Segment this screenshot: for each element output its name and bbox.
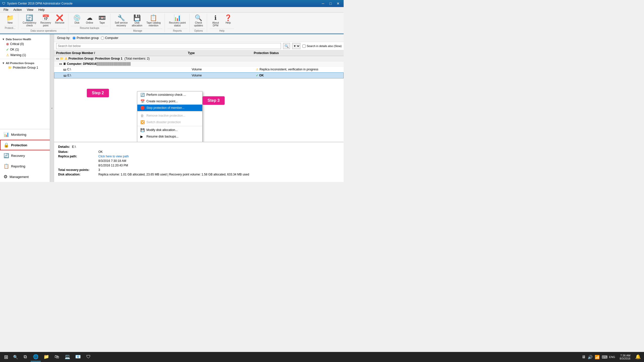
check-updates-icon: 🔍 — [195, 15, 202, 21]
health-critical[interactable]: ⊗ Critical (0) — [0, 41, 54, 47]
ribbon-btn-consistency-check[interactable]: 🔄 Consistencycheck — [21, 14, 38, 28]
drive-c-icon: 🖴 — [63, 68, 66, 71]
table-header: Protection Group Member / Type Protectio… — [54, 50, 344, 56]
ribbon-group-label-reports: Reports — [167, 29, 188, 32]
app-icon: 🛡 — [2, 2, 6, 6]
ribbon-btn-tape-catalog[interactable]: 📋 Tape catalogretention — [145, 14, 163, 28]
groupby-label: Group by: — [57, 36, 70, 40]
table-content[interactable]: ▭ 📁 ⚠ Protection Group: Protection Group… — [54, 56, 344, 142]
groupby-bar: Group by: Protection group Computer — [54, 34, 344, 42]
ctx-stop-protection[interactable]: 🛑 Stop protection of member... — [137, 105, 202, 111]
detail-row-recovery-points: Total recovery points: 3 — [58, 168, 340, 172]
disk-allocation-icon: 💾 — [133, 15, 141, 21]
protection-group-row[interactable]: ▭ 📁 ⚠ Protection Group: Protection Group… — [54, 56, 344, 61]
sidebar-collapse-btn[interactable]: ‹ — [50, 34, 54, 182]
recovery-point-icon: 📅 — [42, 15, 50, 21]
protection-group-1[interactable]: 📁 Protection Group 1 — [0, 65, 54, 70]
monitoring-icon: 📊 — [4, 132, 9, 137]
ribbon-btn-tape[interactable]: 📼 Tape — [96, 14, 108, 25]
ribbon-btn-disk-allocation[interactable]: 💾 Diskallocation — [130, 14, 144, 28]
minimize-button[interactable]: ─ — [319, 1, 327, 6]
window-controls: ─ □ ✕ — [319, 1, 342, 6]
ribbon-btn-new[interactable]: 📁 New — [4, 14, 16, 25]
menu-file[interactable]: File — [1, 8, 11, 12]
health-section-title: ▼ Data Source Health — [0, 36, 54, 41]
remove-icon: ❌ — [56, 15, 63, 21]
ribbon-group-resume: 💿 Disk ☁ Online 📼 Tape Resume backups — [69, 14, 110, 29]
nav-recovery[interactable]: 🔄 Recovery — [0, 150, 54, 161]
detail-row-status: Status: OK — [58, 150, 340, 154]
nav-management[interactable]: ⚙ Management — [0, 171, 54, 182]
details-label: Details: — [58, 145, 70, 149]
context-menu: 🔄 Perform consistency check ... 📅 Create… — [137, 91, 203, 142]
ribbon-btn-check-updates[interactable]: 🔍 Checkupdates — [192, 14, 205, 28]
ctx-resume-azure[interactable]: ☁ Resume azure backups... — [137, 140, 202, 142]
table-row-e[interactable]: 🖴 E:\ Volume ✓ OK — [54, 72, 344, 78]
menu-view[interactable]: View — [24, 8, 36, 12]
ctx-remove-inactive[interactable]: 🗑 Remove inactive protection... — [137, 112, 202, 119]
online-icon: ☁ — [87, 15, 93, 21]
detail-row-replica: Replica path: Click here to view path — [58, 155, 340, 158]
nav-reporting[interactable]: 📋 Reporting — [0, 161, 54, 171]
ctx-consistency-check[interactable]: 🔄 Perform consistency check ... — [137, 92, 202, 98]
disk-alloc-value: Replica volume: 1.01 GB allocated, 23.65… — [98, 173, 249, 176]
health-warning[interactable]: ⚠ Warning (1) — [0, 52, 54, 58]
drive-e-type: Volume — [192, 74, 256, 77]
computer-row[interactable]: ▭ 🖥 Computer: DPM2016████████████████ — [54, 61, 344, 67]
ribbon-btn-selfservice[interactable]: 🔧 Self servicerecovery — [113, 14, 130, 28]
detail-row-date1: 8/3/2016 7:30:18 AM — [58, 159, 340, 163]
ribbon-btn-help[interactable]: ❓ Help — [222, 14, 234, 25]
groupby-computer[interactable]: Computer — [101, 36, 118, 40]
ctx-create-recovery[interactable]: 📅 Create recovery point... — [137, 98, 202, 105]
ctx-switch-icon: 🔀 — [140, 120, 144, 124]
groupby-protection[interactable]: Protection group — [72, 36, 99, 40]
close-button[interactable]: ✕ — [335, 1, 342, 6]
group-icon: 📁 — [8, 66, 12, 69]
protection-icon: 🔒 — [4, 142, 9, 148]
detail-row-disk-allocation: Disk allocation: Replica volume: 1.01 GB… — [58, 173, 340, 176]
search-details-checkbox-label[interactable]: Search in details also (Slow) — [302, 44, 342, 48]
table-row-c[interactable]: 🖴 C:\ Volume ⚠ Replica inconsistent, ver… — [54, 67, 344, 72]
ctx-switch-disaster[interactable]: 🔀 Switch disaster protection — [137, 119, 202, 125]
search-details-checkbox[interactable] — [302, 44, 306, 48]
ribbon-btn-about[interactable]: ℹ AboutDPM — [210, 14, 222, 28]
ribbon-group-protection: 📁 New Protecti... — [2, 14, 18, 29]
disk-icon: 💿 — [73, 15, 81, 21]
ctx-recovery-icon: 📅 — [140, 99, 144, 103]
drive-c-status: ⚠ Replica inconsistent, verification in … — [256, 68, 342, 71]
ctx-stop-icon: 🛑 — [140, 106, 144, 110]
search-button[interactable]: 🔍 — [283, 43, 290, 49]
date1-value: 8/3/2016 7:30:18 AM — [98, 159, 126, 163]
ribbon-btn-recovery-status[interactable]: 📊 Recovery pointstatus — [167, 14, 188, 28]
search-input[interactable] — [56, 43, 281, 49]
ctx-remove-icon: 🗑 — [140, 114, 144, 118]
content-area: Group by: Protection group Computer 🔍 ▼ … — [54, 34, 344, 182]
ribbon-btn-disk[interactable]: 💿 Disk — [71, 14, 83, 25]
ribbon-btn-remove[interactable]: ❌ Remove — [53, 14, 66, 25]
ctx-resume-disk[interactable]: ▶ Resume disk backups... — [137, 133, 202, 140]
health-ok[interactable]: ✓ OK (1) — [0, 47, 54, 52]
new-icon: 📁 — [6, 15, 14, 21]
ribbon-btn-online[interactable]: ☁ Online — [84, 14, 96, 25]
details-panel: Details: E:\ Status: OK Replica path: Cl… — [54, 142, 344, 182]
drive-e-status: ✓ OK — [256, 74, 341, 77]
replica-path-link[interactable]: Click here to view path — [98, 155, 129, 158]
nav-protection[interactable]: 🔒 Protection Step 1 — [0, 140, 54, 150]
ribbon-btn-recovery-point[interactable]: 📅 Recoverypoint — [38, 14, 53, 28]
maximize-button[interactable]: □ — [327, 1, 334, 6]
ribbon: 📁 New Protecti... 🔄 Consistencycheck 📅 R… — [0, 13, 344, 34]
search-dropdown[interactable]: ▼ — [292, 43, 300, 49]
collapse-groups-icon: ▼ — [2, 62, 5, 65]
recovery-points-value: 3 — [98, 168, 100, 172]
help-icon: ❓ — [224, 15, 232, 21]
recovery-icon: 🔄 — [4, 153, 9, 158]
menu-action[interactable]: Action — [11, 8, 24, 12]
selfservice-icon: 🔧 — [117, 15, 125, 21]
col-header-status: Protection Status — [254, 51, 342, 55]
ctx-modify-disk[interactable]: 💾 Modify disk allocation... — [137, 127, 202, 133]
nav-monitoring[interactable]: 📊 Monitoring — [0, 129, 54, 140]
menu-help[interactable]: Help — [36, 8, 47, 12]
critical-icon: ⊗ — [6, 42, 9, 46]
step3-badge: Step 3 — [203, 96, 225, 105]
collapse-icon: ▼ — [2, 38, 5, 41]
